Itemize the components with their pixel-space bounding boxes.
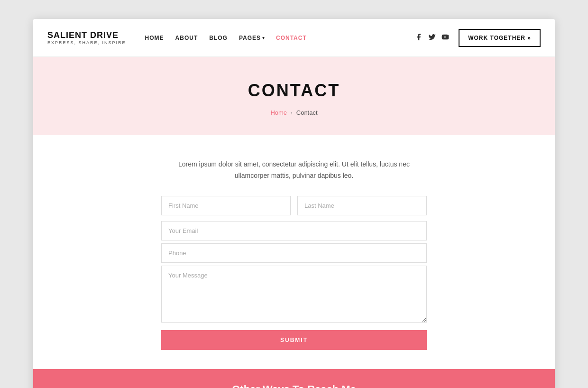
main-nav: HOME ABOUT BLOG PAGES ▾ CONTACT (145, 35, 415, 41)
work-together-button[interactable]: WORK TOGETHER » (459, 29, 541, 47)
nav-pages-wrapper[interactable]: PAGES ▾ (239, 35, 265, 41)
browser-window: SALIENT DRIVE EXPRESS, SHARE, INSPIRE HO… (33, 19, 555, 388)
youtube-icon[interactable] (441, 33, 449, 43)
nav-contact[interactable]: CONTACT (276, 35, 307, 41)
page-description: Lorem ipsum dolor sit amet, consectetur … (161, 159, 427, 182)
email-input[interactable] (161, 221, 427, 240)
main-content: Lorem ipsum dolor sit amet, consectetur … (33, 135, 555, 369)
breadcrumb-current: Contact (296, 109, 318, 116)
phone-input[interactable] (161, 243, 427, 263)
first-name-input[interactable] (161, 196, 291, 215)
contact-form: SUBMIT (161, 196, 427, 350)
footer-section: Other Ways To Reach Me (33, 369, 555, 388)
logo-title: SALIENT DRIVE (47, 30, 126, 41)
breadcrumb: Home › Contact (43, 109, 545, 116)
breadcrumb-separator: › (291, 110, 293, 116)
submit-button[interactable]: SUBMIT (161, 330, 427, 350)
facebook-icon[interactable] (415, 33, 423, 43)
nav-pages[interactable]: PAGES (239, 35, 261, 41)
pages-chevron-icon: ▾ (262, 35, 265, 40)
logo-subtitle: EXPRESS, SHARE, INSPIRE (47, 40, 126, 45)
nav-blog[interactable]: BLOG (209, 35, 228, 41)
nav-home[interactable]: HOME (145, 35, 164, 41)
name-row (161, 196, 427, 218)
footer-title: Other Ways To Reach Me (43, 383, 545, 388)
page-title: CONTACT (43, 81, 545, 101)
header: SALIENT DRIVE EXPRESS, SHARE, INSPIRE HO… (33, 19, 555, 57)
social-icons (415, 33, 449, 43)
hero-section: CONTACT Home › Contact (33, 57, 555, 135)
nav-about[interactable]: ABOUT (175, 35, 198, 41)
breadcrumb-home[interactable]: Home (270, 109, 287, 116)
logo: SALIENT DRIVE EXPRESS, SHARE, INSPIRE (47, 30, 126, 46)
twitter-icon[interactable] (428, 33, 436, 43)
message-textarea[interactable] (161, 266, 427, 323)
last-name-input[interactable] (297, 196, 427, 215)
